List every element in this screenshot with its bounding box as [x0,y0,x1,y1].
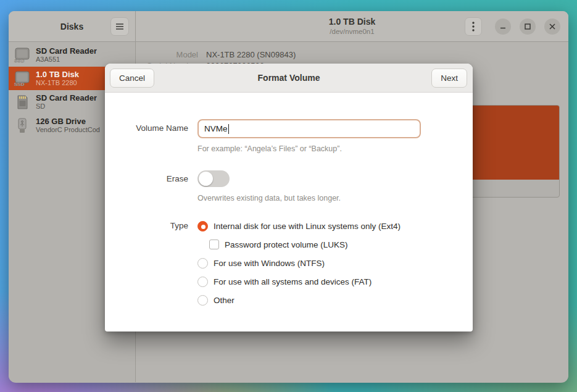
svg-text:SSD: SSD [14,81,25,87]
dialog-header: Format Volume Cancel Next [105,64,473,93]
headerbar: Disks 1.0 TB Disk /dev/nvme0n1 [9,11,568,42]
sidebar-item-subtitle: SD [36,102,97,111]
sidebar-item-subtitle: VendorC ProductCod [36,126,100,134]
sidebar-item-title: 126 GB Drive [36,117,100,127]
app-title: Disks [60,22,83,31]
radio-unselected-icon[interactable] [197,277,208,287]
hamburger-icon [115,23,124,30]
maximize-button[interactable] [520,19,536,35]
ssd-drive-icon: SSD [13,69,31,88]
type-option-ntfs[interactable]: For use with Windows (NTFS) [197,254,325,272]
sidebar-item-title: SD Card Reader [36,93,97,103]
close-icon [549,23,556,30]
minimize-icon [499,23,507,30]
window-title: 1.0 TB Disk [329,17,375,28]
sidebar-header: Disks [9,11,136,41]
main-header: 1.0 TB Disk /dev/nvme0n1 [136,11,568,41]
sd-card-icon [13,93,31,111]
text-caret [228,124,229,134]
format-volume-dialog: Format Volume Cancel Next Volume Name NV… [105,64,473,332]
svg-text:SSD: SSD [14,58,25,64]
desktop-background: Disks 1.0 TB Disk /dev/nvme0n1 [0,0,577,392]
checkbox-unchecked-icon[interactable] [209,240,219,249]
volume-name-value: NVMe [204,124,228,133]
erase-toggle[interactable] [197,170,230,187]
volume-name-input[interactable]: NVMe [197,119,421,138]
volume-name-label: Volume Name [105,123,188,133]
sidebar-item-title: SD Card Reader [36,46,97,56]
radio-selected-icon[interactable] [197,221,208,231]
sidebar-item-title: 1.0 TB Disk [36,70,79,80]
type-option-fat[interactable]: For use with all systems and devices (FA… [197,272,372,291]
drive-menu-button[interactable] [465,17,482,36]
window-title-block: 1.0 TB Disk /dev/nvme0n1 [329,17,375,36]
window-subtitle: /dev/nvme0n1 [329,27,375,36]
erase-hint: Overwrites existing data, but takes long… [197,194,341,202]
dialog-title: Format Volume [105,73,473,83]
usb-drive-icon [13,116,31,135]
toggle-knob [199,172,213,186]
close-button[interactable] [544,19,560,35]
sidebar-item-subtitle: A3A551 [36,56,97,64]
type-option-ext4[interactable]: Internal disk for use with Linux systems… [197,217,401,235]
model-value: NX-1TB 2280 (SN09843) [206,50,296,59]
cancel-button[interactable]: Cancel [110,69,154,88]
sidebar-item-subtitle: NX-1TB 2280 [36,79,79,87]
model-row: Model NX-1TB 2280 (SN09843) [136,50,296,59]
model-label: Model [136,50,198,59]
ssd-drive-icon: SSD [13,46,31,64]
minimize-button[interactable] [495,19,511,35]
radio-unselected-icon[interactable] [197,295,208,306]
erase-label: Erase [105,174,188,183]
next-button[interactable]: Next [431,69,467,88]
kebab-menu-icon [472,22,475,31]
type-option-other[interactable]: Other [197,291,235,309]
volume-name-hint: For example: “Angela’s Files” or “Backup… [197,144,342,153]
app-menu-button[interactable] [110,17,129,36]
type-option-luks-checkbox[interactable]: Password protect volume (LUKS) [209,235,348,254]
maximize-icon [524,23,531,30]
radio-unselected-icon[interactable] [197,258,208,269]
type-label: Type [105,221,188,230]
